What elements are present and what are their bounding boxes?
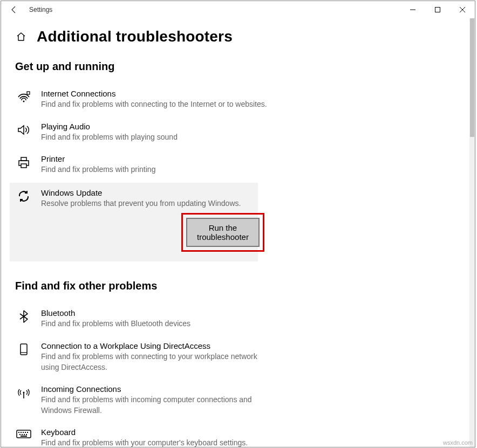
svg-rect-14 — [23, 432, 24, 433]
section-heading-running: Get up and running — [15, 60, 455, 73]
scrollbar[interactable] — [469, 18, 475, 447]
watermark: wsxdn.com — [443, 439, 473, 446]
item-desc: Find and fix problems with playing sound — [41, 132, 178, 143]
svg-point-2 — [23, 101, 25, 102]
item-incoming-connections[interactable]: Incoming Connections Find and fix proble… — [15, 380, 455, 423]
item-windows-update[interactable]: Windows Update Resolve problems that pre… — [10, 183, 258, 262]
svg-rect-15 — [25, 432, 26, 433]
section-heading-other: Find and fix other problems — [15, 280, 455, 292]
svg-rect-17 — [19, 434, 21, 435]
item-internet-connections[interactable]: Internet Connections Find and fix proble… — [15, 85, 455, 118]
speaker-icon — [17, 123, 31, 137]
maximize-button[interactable] — [425, 1, 450, 18]
home-button[interactable] — [15, 31, 27, 43]
keyboard-icon — [16, 429, 31, 439]
item-directaccess[interactable]: Connection to a Workplace Using DirectAc… — [15, 337, 455, 380]
antenna-icon — [17, 385, 31, 399]
item-title: Incoming Connections — [41, 384, 268, 394]
svg-rect-1 — [435, 8, 440, 12]
item-title: Bluetooth — [41, 308, 190, 318]
svg-rect-7 — [21, 344, 27, 355]
settings-window: Settings Additional troubleshooters Get … — [1, 1, 475, 447]
item-title: Playing Audio — [41, 122, 178, 131]
run-troubleshooter-button[interactable]: Run the troubleshooter — [186, 218, 260, 247]
bluetooth-icon — [18, 309, 30, 323]
item-title: Windows Update — [41, 188, 264, 197]
printer-icon — [17, 155, 31, 169]
item-title: Connection to a Workplace Using DirectAc… — [41, 341, 268, 350]
phone-icon — [18, 342, 30, 356]
sync-icon — [17, 189, 31, 203]
svg-rect-18 — [22, 434, 23, 435]
window-title: Settings — [27, 6, 52, 13]
minimize-button[interactable] — [400, 1, 425, 18]
svg-rect-20 — [26, 434, 27, 435]
content-area: Additional troubleshooters Get up and ru… — [1, 18, 469, 447]
item-desc: Find and fix problems with printing — [41, 164, 155, 175]
item-printer[interactable]: Printer Find and fix problems with print… — [15, 150, 455, 183]
item-desc: Find and fix problems with connecting to… — [41, 351, 268, 373]
close-button[interactable] — [450, 1, 475, 18]
item-bluetooth[interactable]: Bluetooth Find and fix problems with Blu… — [15, 304, 455, 337]
scrollbar-thumb[interactable] — [470, 18, 474, 137]
item-desc: Find and fix problems with your computer… — [41, 438, 248, 447]
svg-point-10 — [23, 392, 25, 394]
svg-rect-3 — [27, 92, 30, 94]
back-button[interactable] — [1, 1, 27, 18]
svg-rect-12 — [18, 432, 19, 433]
svg-rect-19 — [24, 434, 25, 435]
svg-rect-6 — [21, 164, 26, 168]
home-icon — [16, 31, 26, 42]
svg-rect-21 — [21, 436, 27, 437]
item-keyboard[interactable]: Keyboard Find and fix problems with your… — [15, 423, 455, 447]
item-desc: Find and fix problems with incoming comp… — [41, 395, 268, 416]
item-title: Keyboard — [41, 428, 248, 437]
svg-rect-13 — [21, 432, 22, 433]
item-desc: Resolve problems that prevent you from u… — [41, 198, 264, 209]
item-title: Printer — [41, 154, 155, 163]
item-desc: Find and fix problems with connecting to… — [41, 99, 267, 110]
item-playing-audio[interactable]: Playing Audio Find and fix problems with… — [15, 118, 455, 150]
titlebar: Settings — [1, 1, 475, 18]
item-title: Internet Connections — [41, 89, 267, 98]
run-highlight-box: Run the troubleshooter — [181, 213, 264, 252]
svg-rect-16 — [27, 432, 28, 433]
svg-rect-5 — [21, 157, 26, 161]
wifi-icon — [17, 90, 31, 104]
page-title: Additional troubleshooters — [37, 28, 233, 45]
item-desc: Find and fix problems with Bluetooth dev… — [41, 319, 190, 329]
